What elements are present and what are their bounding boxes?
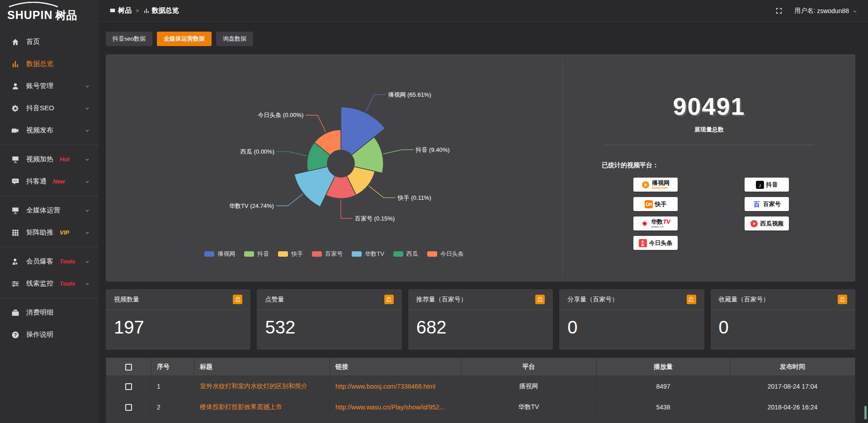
tab-全媒体运营数据[interactable]: 全媒体运营数据 <box>157 32 212 46</box>
total-impressions-value: 90491 <box>563 92 855 120</box>
sidebar-item-矩阵助推[interactable]: 矩阵助推VIP <box>0 221 99 244</box>
stat-card-title: 推荐量（百家号） <box>416 296 467 304</box>
stat-card-title: 收藏量（百家号） <box>719 296 769 304</box>
row-checkbox[interactable] <box>125 404 132 411</box>
legend-item-播视网[interactable]: 播视网 <box>204 250 235 258</box>
stat-cards: 视频数量 总 197 点赞量 总 532 推荐量（百家号） 总 682 分享量（… <box>106 289 855 350</box>
pie-label-抖音: 抖音 (9.40%) <box>415 146 450 153</box>
sidebar-badge-hot: Hot <box>60 156 70 163</box>
platform-badge-华数TV[interactable]: ✺华数TVwasu.cn <box>633 216 678 230</box>
platform-name-wrap: 抖音 <box>766 182 778 188</box>
stat-card-total-badge[interactable]: 总 <box>233 295 242 304</box>
platform-logo-toutiao-icon: 头条 <box>639 239 647 247</box>
sidebar-item-抖客通[interactable]: 抖客通New <box>0 170 99 193</box>
video-table: 序号标题链接平台播放量发布时间1室外水纹灯和室内水纹灯的区别和简介http://… <box>106 357 855 423</box>
topbar-right: 用户名: zswodun88 <box>775 7 857 15</box>
sidebar-item-label: 账号管理 <box>26 82 53 90</box>
cell-link[interactable]: http://www.wasu.cn/Play/show/id/952... <box>330 397 461 418</box>
platform-logo-douyin-icon: ♪ <box>756 181 764 189</box>
sidebar-item-label: 首页 <box>26 38 40 46</box>
sidebar-item-会员爆客[interactable]: 会员爆客Tools <box>0 250 99 273</box>
stat-card-header: 收藏量（百家号） 总 <box>711 289 855 310</box>
legend-swatch <box>393 251 403 257</box>
legend-item-西瓜[interactable]: 西瓜 <box>393 250 418 258</box>
legend-label: 西瓜 <box>406 250 418 258</box>
sidebar-item-线索监控[interactable]: 线索监控Tools <box>0 273 99 295</box>
sidebar-badge-new: New <box>53 178 65 185</box>
member-icon <box>11 258 19 266</box>
user-menu[interactable]: 用户名: zswodun88 <box>794 7 857 15</box>
breadcrumb-item-current[interactable]: 数据总览 <box>143 6 179 15</box>
legend-item-抖音[interactable]: 抖音 <box>244 250 269 258</box>
pie-slice-华数TV[interactable] <box>294 167 335 207</box>
stat-card-total-badge[interactable]: 总 <box>687 295 696 304</box>
cell-published: 2017-08-24 17:04 <box>730 376 855 397</box>
legend-item-华数TV[interactable]: 华数TV <box>352 250 384 258</box>
rose-pie-chart[interactable]: 播视网 (65.61%)抖音 (9.40%)快手 (0.11%)百家号 (0.1… <box>106 55 562 249</box>
username-label: 用户名: <box>794 7 815 15</box>
svg-text:百: 百 <box>753 201 760 207</box>
sidebar-item-消费明细[interactable]: 消费明细 <box>0 301 99 324</box>
sidebar-item-操作说明[interactable]: ?操作说明 <box>0 324 99 346</box>
pie-label-今日头条: 今日头条 (0.00%) <box>258 112 303 118</box>
sidebar-badge-tools: Tools <box>60 280 75 287</box>
platform-badge-今日头条[interactable]: 头条今日头条 <box>633 236 678 250</box>
username: zswodun88 <box>817 7 849 14</box>
stat-card-total-badge[interactable]: 总 <box>384 295 394 304</box>
sidebar-item-视频发布[interactable]: 视频发布 <box>0 119 99 141</box>
scrollbar-thumb[interactable] <box>864 406 867 419</box>
breadcrumb-item-home[interactable]: 树品 <box>109 6 132 15</box>
sidebar-item-抖音SEO[interactable]: 抖音SEO <box>0 97 99 119</box>
sidebar-item-label: 消费明细 <box>26 308 53 317</box>
sidebar-item-首页[interactable]: 首页 <box>0 31 99 53</box>
platform-badge-百家号[interactable]: 百百家号 <box>745 197 789 211</box>
row-checkbox[interactable] <box>125 383 132 390</box>
legend-item-今日头条[interactable]: 今日头条 <box>427 250 464 258</box>
cell-empty <box>461 418 597 423</box>
cell-platform: 播视网 <box>461 376 597 397</box>
platform-logo-boosj-icon <box>642 181 650 189</box>
platform-logo-kuaishou-icon <box>645 200 653 208</box>
breadcrumb: 树品 > 数据总览 <box>109 6 179 15</box>
chevron-down-icon <box>85 230 90 235</box>
legend-item-百家号[interactable]: 百家号 <box>312 250 343 258</box>
main-content: 抖音seo数据全媒体运营数据询盘数据 播视网 (65.61%)抖音 (9.40%… <box>99 22 868 423</box>
bar-chart-icon <box>143 8 150 14</box>
platform-name: 播视网 <box>652 180 670 186</box>
tab-抖音seo数据[interactable]: 抖音seo数据 <box>106 32 152 46</box>
pie-label-line <box>306 115 326 132</box>
cell-title[interactable]: 楼体投影灯投影效果震撼上市 <box>194 397 330 418</box>
platform-badge-播视网[interactable]: 播视网boosj.com <box>633 178 678 192</box>
summary-section: 90491 展现量总数 已统计的视频平台： 播视网boosj.com快手✺华数T… <box>563 54 855 282</box>
column-header-平台: 平台 <box>461 358 597 376</box>
platform-badge-快手[interactable]: 快手 <box>633 197 678 211</box>
sidebar-badge-tools: Tools <box>60 258 75 265</box>
sidebar-item-数据总览[interactable]: 数据总览 <box>0 53 99 75</box>
legend-item-快手[interactable]: 快手 <box>278 250 303 258</box>
stat-card-title: 分享量（百家号） <box>567 296 618 304</box>
chevron-down-icon <box>85 106 90 111</box>
sidebar-divider <box>0 247 99 247</box>
pie-label-line <box>369 186 396 197</box>
cell-link[interactable]: http://www.boosj.com/7338468.html <box>330 376 461 397</box>
app-logo[interactable]: SHUPIN 树品 <box>0 0 99 26</box>
sidebar-item-账号管理[interactable]: 账号管理 <box>0 75 99 97</box>
fullscreen-icon[interactable] <box>775 7 783 14</box>
tab-询盘数据[interactable]: 询盘数据 <box>216 32 253 46</box>
select-all-checkbox[interactable] <box>125 364 132 371</box>
platform-name: 快手 <box>655 201 667 207</box>
platform-badge-西瓜视频[interactable]: 西瓜视频 <box>745 216 789 230</box>
sidebar-item-视频加热[interactable]: 视频加热Hot <box>0 148 99 170</box>
legend-swatch <box>427 251 437 257</box>
column-header-select <box>106 358 151 376</box>
column-header-序号: 序号 <box>151 358 194 376</box>
platform-badge-抖音[interactable]: ♪抖音 <box>745 178 789 192</box>
stat-card-total-badge[interactable]: 总 <box>535 295 545 304</box>
sidebar-item-全媒体运营[interactable]: 全媒体运营 <box>0 199 99 221</box>
platform-name: 百家号 <box>763 201 781 207</box>
stat-card-total-badge[interactable]: 总 <box>838 295 847 304</box>
svg-text:?: ? <box>14 332 17 337</box>
cell-title[interactable]: 室外水纹灯和室内水纹灯的区别和简介 <box>194 376 330 397</box>
platform-name-wrap: 今日头条 <box>649 240 673 246</box>
column-header-播放量: 播放量 <box>597 358 730 376</box>
